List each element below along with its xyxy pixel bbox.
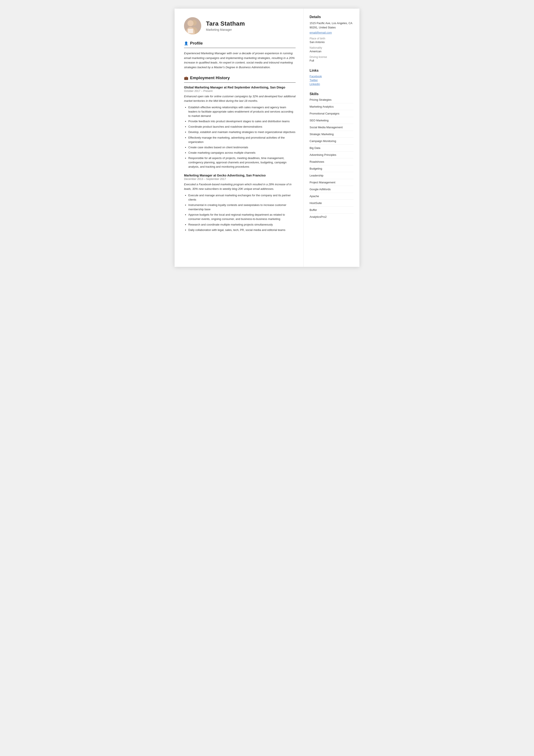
nationality-label: Nationality (310, 46, 353, 49)
skill-item: Social Media Management (310, 126, 353, 131)
skill-item: AnalyticsPro2 (310, 215, 353, 220)
bullet: Coordinate product launches and roadshow… (188, 124, 295, 129)
skill-item: Leadership (310, 174, 353, 179)
skills-section: Skills Pricing Strategies Marketing Anal… (310, 92, 353, 220)
bullet: Instrumental in creating loyalty contest… (188, 203, 295, 211)
address: 1515 Pacific Ave, Los Angeles, CA 90291,… (310, 21, 353, 30)
links-title: Links (310, 68, 353, 72)
bullet: Daily collaboration with legal, sales, t… (188, 228, 295, 232)
candidate-title: Marketing Manager (206, 28, 245, 31)
skill-item: HootSuite (310, 202, 353, 206)
place-of-birth-label: Place of birth (310, 37, 353, 40)
job-2-dates: December 2013 – September 2017 (184, 177, 295, 180)
bullet: Execute and manage annual marketing exch… (188, 193, 295, 202)
skill-item: Buffer (310, 208, 353, 213)
profile-divider (184, 48, 295, 48)
job-1-title: Global Marketing Manager at Red Septembe… (184, 86, 295, 89)
skill-item: Strategic Marketing (310, 133, 353, 138)
facebook-link[interactable]: Facebook (310, 75, 353, 78)
header: Tara Statham Marketing Manager (184, 17, 295, 35)
email-link[interactable]: email@email.com (310, 31, 332, 34)
job-2-title: Marketing Manager at Gecko Advertising, … (184, 174, 295, 177)
profile-section: 👤 Profile Experienced Marketing Manager … (184, 41, 295, 69)
driving-license-label: Driving license (310, 56, 353, 59)
links-section: Links Facebook Twitter Linkedin (310, 68, 353, 86)
employment-icon: 💼 (184, 76, 188, 80)
job-1-desc: Enhanced open rate for online customer c… (184, 94, 295, 103)
bullet: Develop, establish and maintain marketin… (188, 130, 295, 134)
skill-item: Promotional Campaigns (310, 112, 353, 117)
job-2: Marketing Manager at Gecko Advertising, … (184, 174, 295, 232)
job-1-bullets: Establish effective working relationship… (184, 105, 295, 169)
bullet: Responsible for all aspects of projects,… (188, 156, 295, 169)
employment-section: 💼 Employment History Global Marketing Ma… (184, 75, 295, 232)
svg-point-3 (188, 20, 193, 26)
bullet: Provide feedback into product developmen… (188, 119, 295, 123)
employment-divider (184, 82, 295, 83)
twitter-link[interactable]: Twitter (310, 79, 353, 82)
details-section: Details 1515 Pacific Ave, Los Angeles, C… (310, 15, 353, 62)
profile-section-title: 👤 Profile (184, 41, 295, 46)
linkedin-link[interactable]: Linkedin (310, 82, 353, 86)
skill-item: Campaign Monitoring (310, 140, 353, 145)
skill-item: SEO Marketing (310, 119, 353, 124)
skill-item: Apache (310, 195, 353, 200)
skill-item: Roadshows (310, 160, 353, 165)
place-of-birth-value: San Antonio (310, 40, 353, 44)
svg-rect-5 (188, 29, 193, 33)
header-text: Tara Statham Marketing Manager (206, 20, 245, 31)
avatar (184, 17, 201, 35)
employment-section-title: 💼 Employment History (184, 75, 295, 80)
bullet: Effectively manage the marketing, advert… (188, 136, 295, 144)
details-title: Details (310, 15, 353, 19)
bullet: Approve budgets for the local and region… (188, 213, 295, 221)
skill-item: Budgeting (310, 167, 353, 172)
job-1-dates: October 2017 – Present (184, 90, 295, 93)
skill-item: Pricing Strategies (310, 98, 353, 103)
job-2-bullets: Execute and manage annual marketing exch… (184, 193, 295, 232)
skill-item: Google AdWords (310, 188, 353, 193)
nationality-value: American (310, 50, 353, 53)
job-1: Global Marketing Manager at Red Septembe… (184, 86, 295, 169)
skill-item: Big Data (310, 146, 353, 151)
profile-text: Experienced Marketing Manager with over … (184, 51, 295, 69)
skills-title: Skills (310, 92, 353, 96)
job-2-desc: Executed a Facebook-based marketing prog… (184, 182, 295, 191)
bullet: Establish effective working relationship… (188, 105, 295, 118)
bullet: Research and coordinate multiple marketi… (188, 223, 295, 227)
driving-license-value: Full (310, 59, 353, 62)
bullet: Create case studies based on client test… (188, 145, 295, 149)
resume-page: Tara Statham Marketing Manager 👤 Profile… (175, 9, 359, 267)
skill-item: Marketing Analytics (310, 105, 353, 110)
candidate-name: Tara Statham (206, 20, 245, 27)
skill-item: Project Management (310, 181, 353, 186)
right-column: Details 1515 Pacific Ave, Los Angeles, C… (304, 9, 359, 267)
left-column: Tara Statham Marketing Manager 👤 Profile… (175, 9, 304, 267)
skill-item: Advertising Principles (310, 153, 353, 158)
profile-icon: 👤 (184, 41, 188, 45)
bullet: Create marketing campaigns across multip… (188, 151, 295, 155)
